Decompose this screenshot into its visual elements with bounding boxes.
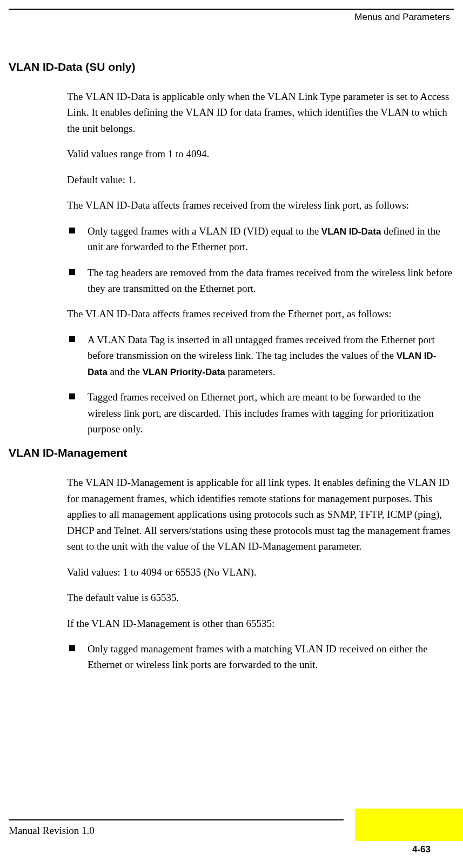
page-container: Menus and Parameters VLAN ID-Data (SU on… <box>0 0 463 673</box>
bullet-item: The tag headers are removed from the dat… <box>67 265 454 297</box>
content-root: VLAN ID-Data (SU only)The VLAN ID-Data i… <box>9 61 454 673</box>
paragraph: The VLAN ID-Data is applicable only when… <box>67 89 454 136</box>
page-number: 4-63 <box>412 844 431 855</box>
bullet-list: A VLAN Data Tag is inserted in all untag… <box>67 332 454 437</box>
section-body: The VLAN ID-Data is applicable only when… <box>67 89 454 437</box>
bullet-list: Only tagged management frames with a mat… <box>67 641 454 673</box>
bold-term: VLAN ID-Data <box>88 351 436 377</box>
header-rule <box>9 9 454 10</box>
bold-term: VLAN ID-Data <box>321 226 381 237</box>
paragraph: Default value: 1. <box>67 172 454 188</box>
bullet-item: A VLAN Data Tag is inserted in all untag… <box>67 332 454 379</box>
bold-term: VLAN Priority-Data <box>143 367 225 377</box>
footer-row: Manual Revision 1.0 4-63 <box>9 825 463 852</box>
bullet-item: Only tagged management frames with a mat… <box>67 641 454 673</box>
paragraph: Valid values range from 1 to 4094. <box>67 146 454 162</box>
header-title: Menus and Parameters <box>9 12 454 23</box>
bullet-item: Tagged frames received on Ethernet port,… <box>67 389 454 437</box>
paragraph: Valid values: 1 to 4094 or 65535 (No VLA… <box>67 564 454 580</box>
paragraph: The VLAN ID-Data affects frames received… <box>67 197 454 213</box>
footer-left-text: Manual Revision 1.0 <box>9 825 95 837</box>
yellow-highlight <box>355 809 463 841</box>
section-heading: VLAN ID-Management <box>9 446 454 459</box>
bullet-list: Only tagged frames with a VLAN ID (VID) … <box>67 223 454 297</box>
footer: Manual Revision 1.0 4-63 <box>9 819 463 852</box>
paragraph: If the VLAN ID-Management is other than … <box>67 616 454 631</box>
section-body: The VLAN ID-Management is applicable for… <box>67 475 454 672</box>
footer-rule <box>9 819 344 820</box>
paragraph: The default value is 65535. <box>67 590 454 605</box>
section-heading: VLAN ID-Data (SU only) <box>9 61 454 74</box>
paragraph: The VLAN ID-Data affects frames received… <box>67 306 454 322</box>
bullet-item: Only tagged frames with a VLAN ID (VID) … <box>67 223 454 255</box>
paragraph: The VLAN ID-Management is applicable for… <box>67 475 454 554</box>
